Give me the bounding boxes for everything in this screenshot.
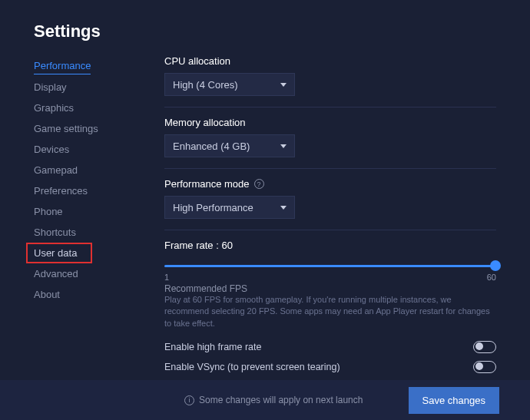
sidebar-item-display[interactable]: Display bbox=[34, 77, 141, 98]
enable-vsync-toggle[interactable] bbox=[473, 361, 496, 373]
recommended-fps-title: Recommended FPS bbox=[164, 283, 496, 294]
sidebar-item-performance[interactable]: Performance bbox=[34, 55, 91, 74]
sidebar-item-phone[interactable]: Phone bbox=[34, 201, 141, 222]
divider bbox=[164, 168, 496, 169]
sidebar-item-preferences[interactable]: Preferences bbox=[34, 180, 141, 201]
chevron-down-icon bbox=[280, 83, 287, 87]
frame-rate-slider[interactable]: 1 60 bbox=[164, 257, 496, 279]
memory-allocation-select[interactable]: Enhanced (4 GB) bbox=[164, 134, 295, 157]
enable-high-frame-rate-label: Enable high frame rate bbox=[164, 342, 261, 352]
frame-rate-label: Frame rate : 60 bbox=[164, 240, 496, 251]
cpu-allocation-value: High (4 Cores) bbox=[173, 79, 238, 91]
main-panel: CPU allocation High (4 Cores) Memory all… bbox=[141, 55, 530, 397]
chevron-down-icon bbox=[280, 144, 287, 148]
memory-allocation-value: Enhanced (4 GB) bbox=[173, 141, 250, 152]
chevron-down-icon bbox=[280, 206, 287, 210]
enable-vsync-label: Enable VSync (to prevent screen tearing) bbox=[164, 362, 340, 372]
sidebar-item-gamepad[interactable]: Gamepad bbox=[34, 160, 141, 180]
footer-note: i Some changes will apply on next launch bbox=[184, 395, 363, 405]
performance-mode-label: Performance mode ? bbox=[164, 178, 496, 190]
sidebar-item-about[interactable]: About bbox=[34, 284, 141, 305]
slider-min: 1 bbox=[164, 273, 169, 282]
slider-track bbox=[164, 265, 496, 267]
page-title: Settings bbox=[0, 0, 530, 55]
cpu-allocation-select[interactable]: High (4 Cores) bbox=[164, 73, 295, 96]
help-icon[interactable]: ? bbox=[254, 179, 264, 189]
footer: i Some changes will apply on next launch… bbox=[0, 380, 530, 420]
cpu-allocation-label: CPU allocation bbox=[164, 55, 496, 67]
enable-high-frame-rate-toggle[interactable] bbox=[473, 341, 496, 353]
sidebar-item-advanced[interactable]: Advanced bbox=[34, 263, 141, 284]
sidebar-item-game-settings[interactable]: Game settings bbox=[34, 118, 141, 139]
sidebar-item-shortcuts[interactable]: Shortcuts bbox=[34, 222, 141, 243]
sidebar-item-devices[interactable]: Devices bbox=[34, 139, 141, 160]
memory-allocation-label: Memory allocation bbox=[164, 117, 496, 128]
divider bbox=[164, 107, 496, 107]
slider-thumb[interactable] bbox=[490, 260, 501, 271]
save-changes-button[interactable]: Save changes bbox=[409, 387, 499, 414]
divider bbox=[164, 230, 496, 230]
sidebar: Performance Display Graphics Game settin… bbox=[34, 55, 141, 397]
info-icon: i bbox=[184, 395, 194, 405]
sidebar-item-graphics[interactable]: Graphics bbox=[34, 98, 141, 118]
sidebar-item-user-data[interactable]: User data bbox=[26, 243, 92, 263]
recommended-fps-body: Play at 60 FPS for smooth gameplay. If y… bbox=[164, 294, 496, 329]
performance-mode-value: High Performance bbox=[173, 202, 253, 213]
slider-max: 60 bbox=[487, 273, 496, 282]
performance-mode-select[interactable]: High Performance bbox=[164, 196, 295, 219]
